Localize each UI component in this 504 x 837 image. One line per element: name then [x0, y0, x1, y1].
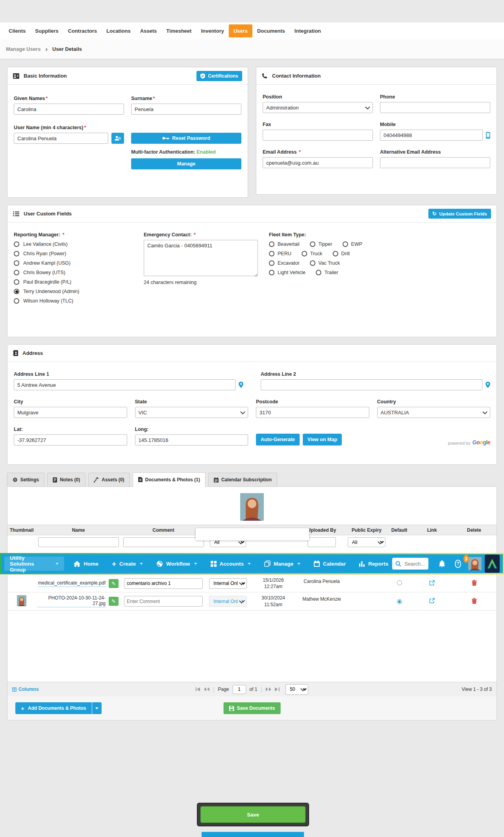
- user-avatar[interactable]: [468, 557, 482, 570]
- nav-item-integration[interactable]: Integration: [290, 24, 326, 37]
- navbar-item-workflow[interactable]: Workflow: [152, 560, 201, 567]
- external-link-icon[interactable]: [429, 598, 435, 603]
- default-radio[interactable]: [397, 580, 402, 585]
- mobile-input[interactable]: [380, 130, 483, 141]
- lat-input[interactable]: [14, 434, 127, 445]
- external-link-icon[interactable]: [429, 580, 435, 586]
- radio-option-chris-bowey[interactable]: Chris Bowey (UTS): [14, 270, 144, 275]
- fleet-radio-vac-truck[interactable]: Vac Truck: [310, 260, 340, 266]
- last-page-icon[interactable]: [275, 687, 280, 691]
- tab-documents-photos[interactable]: Documents & Photos (1): [133, 472, 206, 487]
- fax-input[interactable]: [263, 130, 373, 141]
- filter-name-input[interactable]: [38, 537, 119, 547]
- aroflo-logo[interactable]: [485, 555, 500, 573]
- fleet-radio-drill[interactable]: Drill: [333, 251, 350, 256]
- navbar-item-accounts[interactable]: Accounts: [207, 561, 255, 567]
- long-input[interactable]: [135, 434, 248, 445]
- fleet-radio-trailer[interactable]: Trailer: [316, 270, 338, 275]
- add-documents-caret[interactable]: [92, 702, 102, 714]
- filter-uploaded-by-input[interactable]: [308, 537, 336, 547]
- radio-option-wilson-holloway[interactable]: Wilson Holloway (TLC): [14, 298, 144, 304]
- tab-settings[interactable]: ⚙ Settings: [7, 473, 44, 487]
- certifications-button[interactable]: Certifications: [196, 71, 242, 81]
- radio-option-lee-vallance[interactable]: Lee Vallance (Civils): [14, 241, 144, 247]
- nav-item-contractors[interactable]: Contractors: [63, 24, 102, 37]
- username-input[interactable]: [14, 133, 108, 144]
- city-input[interactable]: [14, 407, 127, 418]
- navbar-item-manage[interactable]: Manage: [260, 560, 304, 567]
- tab-calendar-subscription[interactable]: Calendar Subscription: [208, 473, 277, 487]
- help-icon[interactable]: ?: [455, 560, 461, 568]
- address-line2-input[interactable]: [261, 379, 482, 390]
- nav-item-users[interactable]: Users: [229, 24, 252, 37]
- alt-email-input[interactable]: [380, 157, 490, 168]
- position-select[interactable]: Administration: [263, 102, 373, 113]
- fleet-radio-truck[interactable]: Truck: [302, 251, 322, 256]
- given-names-input[interactable]: [14, 104, 124, 115]
- comment-input[interactable]: [124, 578, 203, 589]
- navbar-item-home[interactable]: Home: [70, 561, 102, 567]
- nav-item-documents[interactable]: Documents: [252, 24, 290, 37]
- mfa-manage-button[interactable]: Manage: [131, 158, 241, 169]
- edit-name-button[interactable]: ✎: [109, 579, 119, 588]
- radio-option-andrew-kampl[interactable]: Andrew Kampl (USG): [14, 260, 144, 266]
- state-select[interactable]: VIC: [135, 407, 248, 418]
- edit-name-button[interactable]: ✎: [109, 597, 119, 606]
- tab-assets[interactable]: Assets (0): [88, 473, 130, 487]
- country-select[interactable]: AUSTRALIA: [377, 407, 491, 418]
- comment-input[interactable]: [124, 596, 203, 607]
- filter-comment-input[interactable]: [123, 537, 204, 547]
- org-selector[interactable]: Utility Solutions Group: [4, 557, 64, 571]
- security-select[interactable]: Internal Only: [209, 578, 247, 589]
- first-page-icon[interactable]: [196, 687, 200, 691]
- radio-option-terry-underwood[interactable]: Terry Underwood (Admin): [14, 289, 144, 294]
- update-custom-fields-button[interactable]: ↻ Update Custom Fields: [428, 209, 491, 219]
- trash-icon[interactable]: [472, 598, 477, 604]
- add-documents-button[interactable]: + Add Documents & Photos: [15, 702, 102, 714]
- notification-badge[interactable]: 3: [463, 555, 469, 563]
- navbar-item-reports[interactable]: Reports: [355, 561, 392, 567]
- phone-input[interactable]: [380, 102, 490, 113]
- document-name[interactable]: PHOTO-2024-10-30-11-24-27.jpg: [37, 595, 106, 607]
- search-input[interactable]: [404, 560, 426, 567]
- radio-option-chris-ryan[interactable]: Chris Ryan (Power): [14, 251, 144, 256]
- user-photo-thumbnail[interactable]: [240, 493, 264, 521]
- breadcrumb-parent[interactable]: Manage Users: [6, 46, 41, 52]
- nav-item-inventory[interactable]: Inventory: [196, 24, 229, 37]
- page-size-select[interactable]: 50: [285, 684, 308, 695]
- columns-button[interactable]: Columns: [12, 687, 39, 692]
- map-pin-icon[interactable]: [239, 382, 243, 388]
- save-button[interactable]: Save: [200, 806, 306, 823]
- fleet-radio-peru[interactable]: PERU: [269, 251, 291, 256]
- view-on-map-button[interactable]: View on Map: [303, 434, 342, 445]
- photo-thumbnail[interactable]: [17, 595, 26, 606]
- map-pin-icon[interactable]: [485, 382, 490, 388]
- tab-notes[interactable]: Notes (0): [47, 473, 85, 487]
- default-radio[interactable]: [397, 599, 402, 604]
- address-line1-input[interactable]: [14, 379, 235, 390]
- user-lookup-button[interactable]: [111, 133, 124, 144]
- document-name[interactable]: medical_certificate_example.pdf: [38, 580, 106, 587]
- prev-page-icon[interactable]: [204, 687, 209, 691]
- email-input[interactable]: [263, 157, 373, 168]
- security-select[interactable]: Internal Only: [209, 596, 247, 607]
- surname-input[interactable]: [131, 104, 241, 115]
- fleet-radio-excavator[interactable]: Excavator: [269, 260, 300, 266]
- trash-icon[interactable]: [472, 580, 477, 586]
- navbar-search[interactable]: [392, 558, 428, 570]
- nav-item-suppliers[interactable]: Suppliers: [30, 24, 63, 37]
- navbar-item-create[interactable]: + Create: [108, 560, 147, 568]
- fleet-radio-tipper[interactable]: Tipper: [310, 241, 332, 247]
- bell-icon[interactable]: [439, 560, 445, 568]
- reset-password-button[interactable]: Reset Password: [131, 133, 241, 144]
- postcode-input[interactable]: [256, 407, 369, 418]
- nav-item-assets[interactable]: Assets: [135, 24, 162, 37]
- nav-item-locations[interactable]: Locations: [102, 24, 135, 37]
- save-documents-button[interactable]: Save Documents: [224, 702, 281, 714]
- filter-public-expiry-select[interactable]: All: [348, 537, 385, 547]
- navbar-item-calendar[interactable]: Calendar: [310, 560, 350, 567]
- emergency-contact-textarea[interactable]: Camilo Garcia - 0405694911: [144, 240, 258, 276]
- auto-generate-button[interactable]: Auto-Generate: [256, 434, 300, 445]
- next-page-icon[interactable]: [266, 687, 271, 691]
- nav-item-clients[interactable]: Clients: [4, 24, 30, 37]
